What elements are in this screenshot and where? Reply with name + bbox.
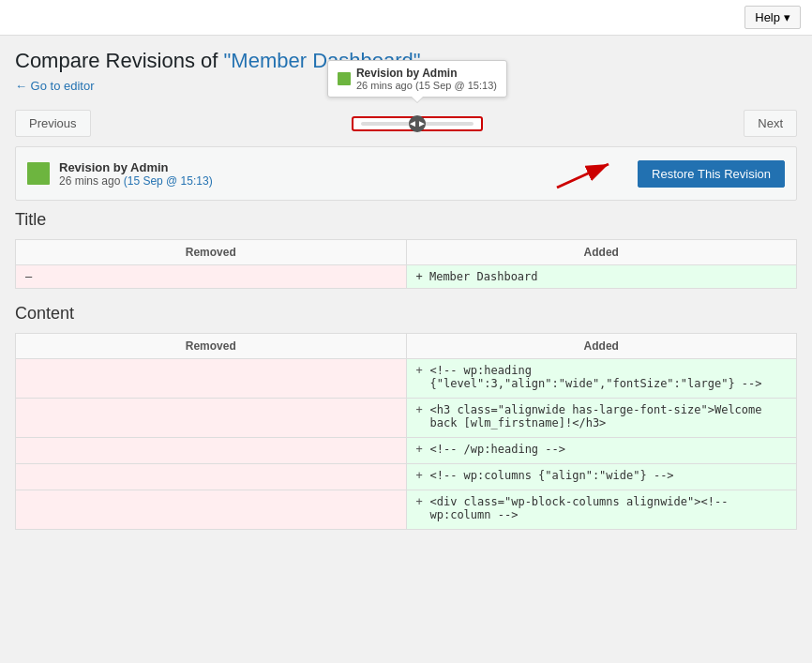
content-removed-cell-4 <box>16 464 407 490</box>
plus-sign-1: + <box>416 364 426 377</box>
added-value: + Member Dashboard <box>416 270 538 283</box>
content-added-cell-4: + <!-- wp:columns {"align":"wide"} --> <box>406 464 797 490</box>
tooltip-dot <box>338 72 351 85</box>
revision-actions: Restore This Revision <box>548 155 785 192</box>
help-label: Help <box>755 10 780 24</box>
title-section-heading: Title <box>15 210 797 230</box>
title-removed-col-header: Removed <box>16 240 407 265</box>
title-added-cell: + Member Dashboard <box>406 265 797 289</box>
title-prefix: Compare Revisions of <box>15 49 224 72</box>
content-added-text-1: <!-- wp:heading {"level":3,"align":"wide… <box>430 364 788 390</box>
page-wrap: Help ▾ Compare Revisions of "Member Dash… <box>0 0 812 530</box>
added-line: + Member Dashboard <box>416 270 788 283</box>
content-added-text-4: <!-- wp:columns {"align":"wide"} --> <box>430 469 674 482</box>
content-added-cell-2: + <h3 class="alignwide has-large-font-si… <box>406 399 797 438</box>
content-added-text-2: <h3 class="alignwide has-large-font-size… <box>430 403 788 429</box>
content-added-cell-3: + <!-- /wp:heading --> <box>406 438 797 464</box>
revisions-nav: Previous Revision by Admin 26 mins ago (… <box>0 100 812 146</box>
content-added-cell-5: + <div class="wp-block-columns alignwide… <box>406 490 797 530</box>
tooltip-time: 26 mins ago (15 Sep @ 15:13) <box>356 80 497 91</box>
slider-track-wrap[interactable]: ◄► <box>352 116 483 131</box>
title-diff-table: Removed Added – + Member Dashboard <box>15 239 797 289</box>
content-diff-row-2: + <h3 class="alignwide has-large-font-si… <box>16 399 797 438</box>
content-section-heading: Content <box>15 304 797 324</box>
content-added-line-4: + <!-- wp:columns {"align":"wide"} --> <box>416 469 788 482</box>
tooltip-author: Revision by Admin <box>356 67 497 80</box>
previous-label: Previous <box>29 116 77 130</box>
title-removed-cell: – <box>16 265 407 289</box>
content-added-text-5: <div class="wp-block-columns alignwide">… <box>430 495 788 521</box>
content-diff-section: Content Removed Added + <!-- wp:heading … <box>15 304 797 530</box>
content-added-line-5: + <div class="wp-block-columns alignwide… <box>416 495 788 521</box>
plus-sign-2: + <box>416 403 426 416</box>
content-diff-row-1: + <!-- wp:heading {"level":3,"align":"wi… <box>16 359 797 399</box>
go-to-editor-label: ← Go to editor <box>15 79 95 93</box>
content-added-line-2: + <h3 class="alignwide has-large-font-si… <box>416 403 788 429</box>
content-added-col-header: Added <box>406 334 797 359</box>
content-diff-header-row: Removed Added <box>16 334 797 359</box>
revision-info-left: Revision by Admin 26 mins ago (15 Sep @ … <box>27 160 213 188</box>
plus-sign-5: + <box>416 495 426 508</box>
restore-revision-label: Restore This Revision <box>652 167 771 181</box>
svg-line-1 <box>557 164 609 188</box>
title-added-col-header: Added <box>406 240 797 265</box>
restore-revision-button[interactable]: Restore This Revision <box>638 160 785 188</box>
plus-sign-4: + <box>416 469 426 482</box>
slider-thumb[interactable]: ◄► <box>409 115 426 132</box>
removed-line: – <box>25 270 397 283</box>
slider-track[interactable]: ◄► <box>361 122 474 126</box>
revision-info: Revision by Admin 26 mins ago (15 Sep @ … <box>59 160 213 188</box>
top-bar: Help ▾ <box>0 0 812 36</box>
removed-value: – <box>25 270 32 283</box>
content-removed-cell-3 <box>16 438 407 464</box>
plus-sign-3: + <box>416 443 426 456</box>
previous-button[interactable]: Previous <box>15 110 91 137</box>
content-diff-table: Removed Added + <!-- wp:heading {"level"… <box>15 333 797 530</box>
title-diff-row: – + Member Dashboard <box>16 265 797 289</box>
revision-bar: Revision by Admin 26 mins ago (15 Sep @ … <box>15 146 797 201</box>
revision-time-link[interactable]: (15 Sep @ 15:13) <box>124 174 213 188</box>
revision-time-link-text: (15 Sep @ 15:13) <box>124 174 213 188</box>
slider-arrows-icon: ◄► <box>408 118 427 128</box>
content-added-line-3: + <!-- /wp:heading --> <box>416 443 788 456</box>
content-removed-cell-1 <box>16 359 407 399</box>
next-button[interactable]: Next <box>744 110 797 137</box>
content-removed-col-header: Removed <box>16 334 407 359</box>
revision-color-dot <box>27 162 50 185</box>
title-diff-section: Title Removed Added – + Mem <box>15 210 797 289</box>
revision-time: 26 mins ago (15 Sep @ 15:13) <box>59 174 213 188</box>
next-label: Next <box>758 116 783 130</box>
go-to-editor-link[interactable]: ← Go to editor <box>15 79 95 93</box>
content-diff-row-4: + <!-- wp:columns {"align":"wide"} --> <box>16 464 797 490</box>
content-added-text-3: <!-- /wp:heading --> <box>430 443 566 456</box>
revision-time-text: 26 mins ago <box>59 174 124 188</box>
revision-author: Revision by Admin <box>59 160 213 174</box>
title-diff-header-row: Removed Added <box>16 240 797 265</box>
content-diff-row-3: + <!-- /wp:heading --> <box>16 438 797 464</box>
content-added-line-1: + <!-- wp:heading {"level":3,"align":"wi… <box>416 364 788 390</box>
red-arrow-icon <box>548 155 623 192</box>
content-removed-cell-2 <box>16 399 407 438</box>
content-added-cell-1: + <!-- wp:heading {"level":3,"align":"wi… <box>406 359 797 399</box>
content-diff-row-5: + <div class="wp-block-columns alignwide… <box>16 490 797 530</box>
help-button[interactable]: Help ▾ <box>744 6 801 29</box>
content-removed-cell-5 <box>16 490 407 530</box>
slider-container: Revision by Admin 26 mins ago (15 Sep @ … <box>352 116 483 131</box>
help-chevron-icon: ▾ <box>784 10 790 24</box>
revision-tooltip: Revision by Admin 26 mins ago (15 Sep @ … <box>327 60 507 98</box>
